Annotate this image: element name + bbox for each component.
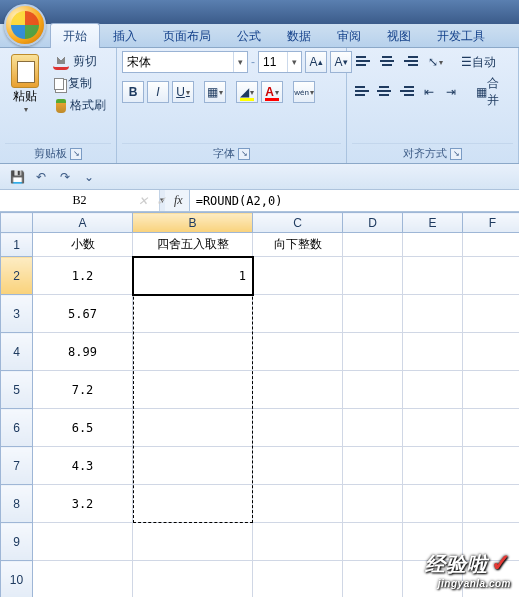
col-header-c[interactable]: C xyxy=(253,213,343,233)
border-button[interactable]: ▦▾ xyxy=(204,81,226,103)
col-header-d[interactable]: D xyxy=(343,213,403,233)
cell[interactable]: 小数 xyxy=(33,233,133,257)
row-header[interactable]: 5 xyxy=(1,371,33,409)
cell[interactable] xyxy=(463,295,520,333)
cell[interactable] xyxy=(343,333,403,371)
qat-save-button[interactable]: 💾 xyxy=(8,168,26,186)
font-size-combo[interactable]: ▾ xyxy=(258,51,302,73)
cell[interactable] xyxy=(253,485,343,523)
qat-redo-button[interactable]: ↷ xyxy=(56,168,74,186)
cell[interactable] xyxy=(253,409,343,447)
cell[interactable] xyxy=(133,523,253,561)
cell[interactable] xyxy=(253,371,343,409)
copy-button[interactable]: 复制 xyxy=(49,73,110,94)
cell[interactable] xyxy=(463,447,520,485)
col-header-f[interactable]: F xyxy=(463,213,520,233)
col-header-b[interactable]: B xyxy=(133,213,253,233)
format-painter-button[interactable]: 格式刷 xyxy=(49,95,110,116)
chevron-down-icon[interactable]: ▾ xyxy=(233,52,247,72)
cell[interactable] xyxy=(253,561,343,598)
dialog-launcher-icon[interactable]: ↘ xyxy=(238,148,250,160)
wrap-text-button[interactable]: ☰ 自动 xyxy=(456,51,501,73)
cell[interactable]: 8.99 xyxy=(33,333,133,371)
row-header[interactable]: 3 xyxy=(1,295,33,333)
dialog-launcher-icon[interactable]: ↘ xyxy=(450,148,462,160)
tab-view[interactable]: 视图 xyxy=(374,23,424,48)
cell[interactable] xyxy=(463,333,520,371)
cell[interactable] xyxy=(253,257,343,295)
decrease-indent-button[interactable]: ⇤ xyxy=(419,81,439,103)
cell[interactable]: 7.2 xyxy=(33,371,133,409)
orientation-button[interactable]: ⤡▾ xyxy=(424,51,446,73)
row-header[interactable]: 6 xyxy=(1,409,33,447)
tab-formulas[interactable]: 公式 xyxy=(224,23,274,48)
cut-button[interactable]: 剪切 xyxy=(49,51,110,72)
merge-center-button[interactable]: ▦ 合并 xyxy=(471,81,513,103)
font-name-input[interactable] xyxy=(123,55,233,70)
tab-page-layout[interactable]: 页面布局 xyxy=(150,23,224,48)
tab-data[interactable]: 数据 xyxy=(274,23,324,48)
cell[interactable] xyxy=(463,371,520,409)
cell[interactable] xyxy=(403,485,463,523)
cell[interactable]: 5.67 xyxy=(33,295,133,333)
cell[interactable] xyxy=(463,485,520,523)
cancel-formula-button[interactable]: ✕ xyxy=(138,194,148,208)
tab-insert[interactable]: 插入 xyxy=(100,23,150,48)
fill-color-button[interactable]: ◢▾ xyxy=(236,81,258,103)
cell[interactable] xyxy=(463,409,520,447)
font-size-input[interactable] xyxy=(259,55,287,69)
cell[interactable] xyxy=(463,257,520,295)
align-right-button[interactable] xyxy=(397,81,417,103)
cell[interactable]: 四舍五入取整 xyxy=(133,233,253,257)
dialog-launcher-icon[interactable]: ↘ xyxy=(70,148,82,160)
accept-formula-button[interactable]: ✓ xyxy=(156,194,166,208)
cell[interactable] xyxy=(403,409,463,447)
fx-button[interactable]: fx xyxy=(174,193,183,208)
align-bottom-button[interactable] xyxy=(400,51,422,73)
cell[interactable]: 4.3 xyxy=(33,447,133,485)
cell[interactable] xyxy=(343,485,403,523)
cell[interactable] xyxy=(403,257,463,295)
tab-developer[interactable]: 开发工具 xyxy=(424,23,498,48)
phonetic-button[interactable]: wén▾ xyxy=(293,81,315,103)
cell[interactable] xyxy=(343,523,403,561)
cell[interactable] xyxy=(133,447,253,485)
cell[interactable] xyxy=(403,233,463,257)
select-all-corner[interactable] xyxy=(1,213,33,233)
cell[interactable]: 3.2 xyxy=(33,485,133,523)
underline-button[interactable]: U▾ xyxy=(172,81,194,103)
row-header[interactable]: 1 xyxy=(1,233,33,257)
cell[interactable] xyxy=(133,561,253,598)
row-header[interactable]: 7 xyxy=(1,447,33,485)
cell[interactable] xyxy=(253,333,343,371)
cell[interactable] xyxy=(343,447,403,485)
grow-font-button[interactable]: A▴ xyxy=(305,51,327,73)
cell[interactable] xyxy=(133,409,253,447)
chevron-down-icon[interactable]: ▾ xyxy=(287,52,301,72)
cell[interactable] xyxy=(253,447,343,485)
cell[interactable] xyxy=(133,371,253,409)
row-header[interactable]: 4 xyxy=(1,333,33,371)
spreadsheet-grid[interactable]: A B C D E F 1 小数 四舍五入取整 向下整数 2 1.2 1 35.… xyxy=(0,212,519,597)
cell[interactable] xyxy=(343,561,403,598)
align-middle-button[interactable] xyxy=(376,51,398,73)
col-header-e[interactable]: E xyxy=(403,213,463,233)
cell[interactable] xyxy=(403,295,463,333)
row-header[interactable]: 10 xyxy=(1,561,33,598)
cell[interactable] xyxy=(343,409,403,447)
row-header[interactable]: 2 xyxy=(1,257,33,295)
cell[interactable] xyxy=(343,295,403,333)
col-header-a[interactable]: A xyxy=(33,213,133,233)
cell-active[interactable]: 1 xyxy=(133,257,253,295)
cell[interactable] xyxy=(343,233,403,257)
qat-undo-button[interactable]: ↶ xyxy=(32,168,50,186)
qat-custom-button[interactable]: ⌄ xyxy=(80,168,98,186)
align-top-button[interactable] xyxy=(352,51,374,73)
row-header[interactable]: 9 xyxy=(1,523,33,561)
cell[interactable] xyxy=(133,295,253,333)
tab-home[interactable]: 开始 xyxy=(50,23,100,48)
italic-button[interactable]: I xyxy=(147,81,169,103)
align-left-button[interactable] xyxy=(352,81,372,103)
font-name-combo[interactable]: ▾ xyxy=(122,51,248,73)
font-color-button[interactable]: A▾ xyxy=(261,81,283,103)
